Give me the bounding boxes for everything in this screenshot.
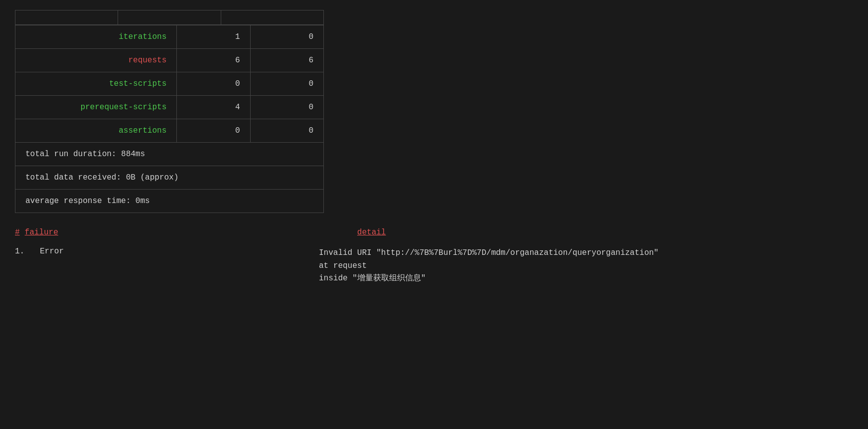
row-executed: 6: [177, 49, 250, 72]
failures-header: # failure detail: [15, 228, 853, 237]
summary-row: average response time: 0ms: [15, 190, 324, 213]
table-row: assertions00: [15, 119, 324, 143]
row-executed: 4: [177, 96, 250, 119]
row-failed: 6: [250, 49, 323, 72]
row-label: test-scripts: [15, 72, 177, 96]
row-label: iterations: [15, 25, 177, 49]
summary-row: total data received: 0B (approx): [15, 166, 324, 190]
failure-label: Error: [40, 247, 319, 256]
failure-row: 1.ErrorInvalid URI "http://%7B%7Burl%7D%…: [15, 247, 853, 285]
header-failed: [221, 10, 323, 25]
row-label: assertions: [15, 119, 177, 143]
summary-cell: total data received: 0B (approx): [15, 166, 324, 190]
row-executed: 1: [177, 25, 250, 49]
table-row: requests66: [15, 49, 324, 72]
row-failed: 0: [250, 25, 323, 49]
summary-row: total run duration: 884ms: [15, 143, 324, 166]
data-rows-table: iterations10requests66test-scripts00prer…: [15, 25, 324, 213]
table-header-row: [15, 10, 324, 25]
summary-cell: average response time: 0ms: [15, 190, 324, 213]
table-row: prerequest-scripts40: [15, 96, 324, 119]
failures-section: # failure detail 1.ErrorInvalid URI "htt…: [15, 228, 853, 285]
failures-header-num: #: [15, 228, 20, 237]
row-label: requests: [15, 49, 177, 72]
header-empty-cell: [15, 10, 118, 25]
header-executed: [118, 10, 221, 25]
row-executed: 0: [177, 119, 250, 143]
row-failed: 0: [250, 96, 323, 119]
row-failed: 0: [250, 72, 323, 96]
row-label: prerequest-scripts: [15, 96, 177, 119]
failure-num: 1.: [15, 247, 30, 256]
failures-header-detail: detail: [357, 228, 386, 237]
failures-list: 1.ErrorInvalid URI "http://%7B%7Burl%7D%…: [15, 247, 853, 285]
row-executed: 0: [177, 72, 250, 96]
summary-table: [15, 10, 324, 25]
failure-detail: Invalid URI "http://%7B%7Burl%7D%7D/mdm/…: [319, 247, 659, 285]
table-row: test-scripts00: [15, 72, 324, 96]
failures-header-failure: failure: [25, 228, 58, 237]
row-failed: 0: [250, 119, 323, 143]
table-row: iterations10: [15, 25, 324, 49]
summary-cell: total run duration: 884ms: [15, 143, 324, 166]
